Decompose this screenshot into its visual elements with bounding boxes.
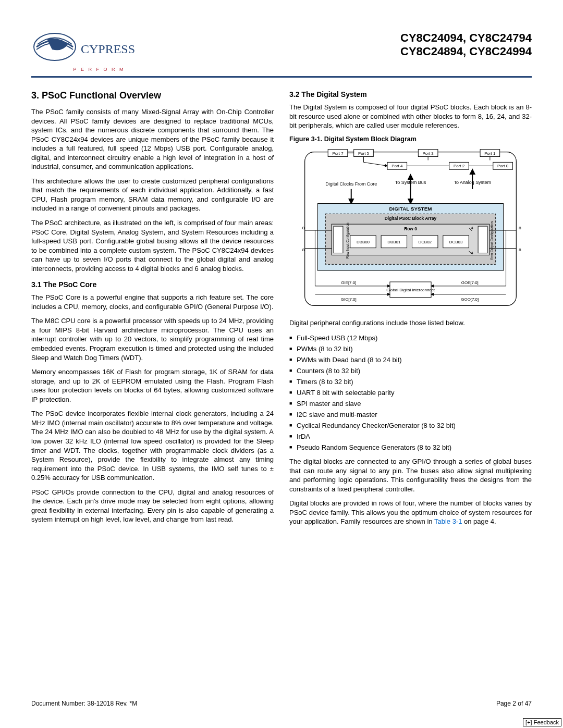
svg-text:Port 0: Port 0 — [497, 164, 509, 168]
section-3-p2: This architecture allows the user to cre… — [31, 177, 274, 213]
svg-text:Row Output Configuration: Row Output Configuration — [490, 221, 494, 260]
list-item: IrDA — [289, 431, 532, 442]
svg-text:Row 0: Row 0 — [404, 226, 417, 231]
digital-system-block-diagram: Port 7 Port 5 Port 3 Port 1 Port 4 Port … — [289, 147, 532, 314]
svg-text:Digital PSoC Block Array: Digital PSoC Block Array — [385, 216, 437, 221]
section-3-2-heading: 3.2 The Digital System — [289, 90, 532, 98]
svg-rect-36 — [334, 226, 343, 253]
svg-text:Port 1: Port 1 — [484, 151, 496, 155]
section-3-p3: The PSoC architecture, as illustrated on… — [31, 218, 274, 273]
svg-text:DIGITAL  SYSTEM: DIGITAL SYSTEM — [389, 206, 432, 212]
list-item: Pseudo Random Sequence Generators (8 to … — [289, 442, 532, 453]
svg-rect-38 — [478, 226, 487, 253]
list-item: Cyclical Redundancy Checker/Generator (8… — [289, 420, 532, 431]
svg-text:Port 5: Port 5 — [358, 151, 370, 155]
svg-text:4: 4 — [471, 226, 473, 230]
svg-text:8: 8 — [519, 226, 521, 230]
svg-text:Port 3: Port 3 — [423, 151, 434, 155]
feedback-button[interactable]: [+] Feedback — [523, 718, 561, 726]
svg-text:8: 8 — [519, 247, 521, 252]
section-3-1-p4: The PSoC device incorporates flexible in… — [31, 409, 274, 482]
list-item: Full-Speed USB (12 Mbps) — [289, 332, 532, 343]
svg-text:GOO[7:0]: GOO[7:0] — [461, 297, 479, 301]
svg-text:8: 8 — [302, 226, 305, 230]
table-3-1-link[interactable]: Table 3-1 — [434, 517, 462, 525]
svg-text:Port 2: Port 2 — [454, 164, 464, 168]
section-3-2-p3: The digital blocks are connected to any … — [289, 457, 532, 493]
list-item: Timers (8 to 32 bit) — [289, 376, 532, 387]
logo-icon: CYPRESS — [31, 31, 136, 68]
svg-text:8: 8 — [302, 247, 305, 252]
section-3-2-p2: Digital peripheral configurations includ… — [289, 318, 532, 328]
list-item: PWMs with Dead band (8 to 24 bit) — [289, 354, 532, 365]
section-3-2-p1: The Digital System is composed of four d… — [289, 103, 532, 130]
page-header: CYPRESS P E R F O R M CY8C24094, CY8C247… — [31, 31, 532, 72]
svg-text:CYPRESS: CYPRESS — [81, 42, 135, 56]
left-column: 3. PSoC Functional Overview The PSoC fam… — [31, 90, 274, 532]
section-3-1-p1: The PSoC Core is a powerful engine that … — [31, 293, 274, 311]
list-item: SPI master and slave — [289, 398, 532, 409]
title-line-2: CY8C24894, CY8C24994 — [400, 45, 532, 58]
header-rule — [31, 76, 532, 78]
svg-text:Row Input Configuration: Row Input Configuration — [346, 223, 350, 258]
right-column: 3.2 The Digital System The Digital Syste… — [289, 90, 532, 532]
peripheral-config-list: Full-Speed USB (12 Mbps) PWMs (8 to 32 b… — [289, 332, 532, 453]
svg-text:GIE[7:0]: GIE[7:0] — [341, 280, 356, 285]
title-line-1: CY8C24094, CY8C24794 — [400, 31, 532, 45]
logo-tagline: P E R F O R M — [74, 67, 125, 72]
list-item: PWMs (8 to 32 bit) — [289, 343, 532, 354]
svg-text:GOE[7:0]: GOE[7:0] — [461, 280, 479, 285]
document-part-numbers: CY8C24094, CY8C24794 CY8C24894, CY8C2499… — [400, 31, 532, 59]
cypress-logo: CYPRESS P E R F O R M — [31, 31, 136, 72]
list-item: I2C slave and multi-master — [289, 409, 532, 420]
svg-text:DCB03: DCB03 — [449, 239, 463, 244]
svg-text:Port 4: Port 4 — [391, 164, 403, 168]
page-footer: Document Number: 38-12018 Rev. *M Page 2… — [31, 700, 532, 707]
section-3-1-p3: Memory encompasses 16K of Flash for prog… — [31, 367, 274, 404]
section-3-1-heading: 3.1 The PSoC Core — [31, 280, 274, 289]
svg-text:DCB02: DCB02 — [418, 239, 432, 244]
svg-text:Digital Clocks From Core: Digital Clocks From Core — [325, 181, 377, 187]
section-3-1-p2: The M8C CPU core is a powerful processor… — [31, 316, 274, 362]
svg-text:Port 7: Port 7 — [332, 151, 343, 155]
svg-text:GIO[7:0]: GIO[7:0] — [341, 297, 357, 301]
section-3-1-p5: PSoC GPI/Os provide connection to the CP… — [31, 488, 274, 524]
section-3-2-p4: Digital blocks are provided in rows of f… — [289, 499, 532, 526]
page-number: Page 2 of 47 — [496, 700, 532, 707]
list-item: UART 8 bit with selectable parity — [289, 387, 532, 398]
section-3-p1: The PSoC family consists of many Mixed-S… — [31, 107, 274, 171]
svg-text:Global Digital Interconnect: Global Digital Interconnect — [386, 287, 435, 292]
svg-line-19 — [363, 162, 387, 166]
section-3-heading: 3. PSoC Functional Overview — [31, 90, 274, 101]
svg-text:DBB01: DBB01 — [387, 239, 401, 244]
document-number: Document Number: 38-12018 Rev. *M — [31, 700, 137, 707]
figure-3-1-caption: Figure 3-1. Digital System Block Diagram — [289, 135, 532, 143]
svg-text:DBB00: DBB00 — [357, 239, 370, 244]
list-item: Counters (8 to 32 bit) — [289, 365, 532, 376]
